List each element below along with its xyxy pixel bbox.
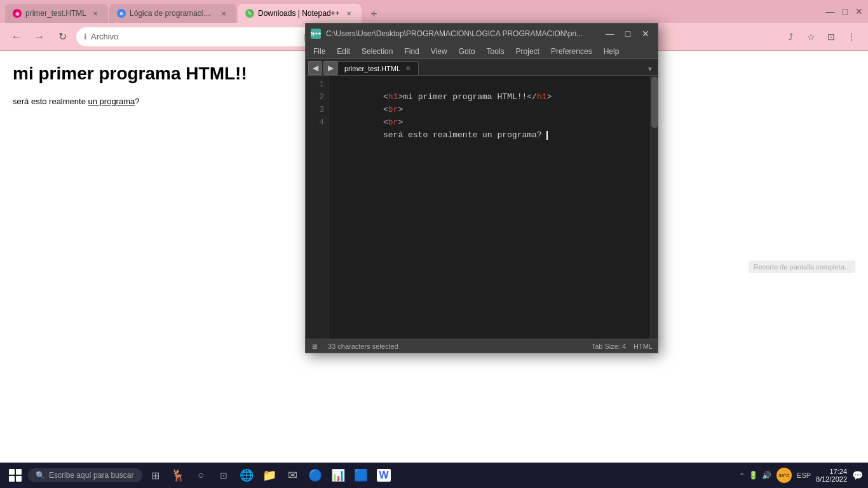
back-button[interactable]: ← [8, 28, 25, 46]
l3-close: > [398, 118, 403, 127]
menu-goto[interactable]: Goto [454, 46, 480, 57]
bookmark-icon[interactable]: ☆ [802, 28, 820, 46]
subtext-link[interactable]: un programa [88, 97, 135, 106]
l1-open-bracket: < [383, 92, 388, 102]
mail-icon: ✉ [288, 468, 297, 482]
l1-close-open: </ [527, 92, 537, 102]
chrome-titlebar: ◉ primer_test.HTML ✕ a Lógica de program… [0, 0, 868, 23]
tab1-close[interactable]: ✕ [90, 8, 100, 18]
line-num-4: 4 [319, 116, 324, 129]
notepad-minimize[interactable]: — [603, 27, 617, 41]
search-placeholder-text: Escribe aquí para buscar [49, 471, 133, 480]
menu-project[interactable]: Project [511, 46, 545, 57]
taskbar-edge[interactable]: 🌐 [236, 465, 257, 485]
cast-icon[interactable]: ⊡ [822, 28, 840, 46]
notification-icon[interactable]: 💬 [852, 470, 863, 480]
taskbar-app2[interactable]: 🟦 [351, 465, 371, 485]
taskbar-explorer[interactable]: 📁 [259, 465, 280, 485]
taskbar-taskview[interactable]: ⊞ [145, 465, 165, 485]
l3-br: br [388, 118, 398, 127]
temp-text: 36°C [778, 473, 790, 478]
taskbar-multitask[interactable]: ⊡ [214, 465, 234, 485]
addressbar-actions: ⤴ ☆ ⊡ ⋮ [782, 28, 860, 46]
tab1-favicon: ◉ [13, 9, 22, 18]
tab2-title: Lógica de programación: Primero [130, 9, 215, 18]
subtext-label: será esto realmente [13, 97, 88, 106]
notepad-editor[interactable]: 1 2 3 4 <h1>mi primer programa HTML!!</h… [306, 76, 658, 339]
explorer-icon: 📁 [262, 468, 276, 482]
restore-icon[interactable]: □ [843, 6, 848, 17]
menu-selection[interactable]: Selection [356, 46, 398, 57]
statusbar-monitor-icon: 🖥 [311, 342, 318, 350]
taskbar-chrome[interactable]: 🔵 [305, 465, 325, 485]
line-num-1: 1 [319, 78, 324, 91]
settings-icon[interactable]: ⋮ [843, 28, 860, 46]
tab3-close[interactable]: ✕ [344, 8, 354, 18]
system-tray-chevron[interactable]: ^ [740, 471, 743, 479]
subtext-end: ? [135, 97, 139, 106]
volume-icon: 🔊 [762, 471, 771, 480]
line-numbers: 1 2 3 4 [306, 76, 329, 339]
notepad-menu: File Edit Selection Find View Goto Tools… [306, 44, 658, 59]
browser-tab-2[interactable]: a Lógica de programación: Primero ✕ [109, 4, 236, 23]
language-indicator: ESP [797, 471, 811, 479]
taskbar-app-deer[interactable]: 🦌 [168, 465, 188, 485]
word-icon: W [377, 469, 390, 482]
statusbar-chars-selected: 33 characters selected [328, 342, 398, 350]
language-text: HTML [634, 342, 653, 350]
notepad-tab1-close[interactable]: ✕ [404, 65, 412, 72]
browser-tab-3[interactable]: ✎ Downloads | Notepad++ ✕ [238, 4, 362, 23]
taskbar: 🔍 Escribe aquí para buscar ⊞ 🦌 ○ ⊡ 🌐 📁 ✉… [0, 463, 868, 488]
tab-dropdown-btn[interactable]: ▼ [645, 64, 655, 74]
menu-edit[interactable]: Edit [332, 46, 355, 57]
browser-tab-1[interactable]: ◉ primer_test.HTML ✕ [5, 4, 108, 23]
notepad-tabs: ◀ ▶ primer_test.HTML ✕ ▼ [306, 59, 658, 76]
menu-file[interactable]: File [308, 46, 330, 57]
start-sq2 [16, 469, 22, 475]
minimize-icon[interactable]: — [826, 6, 835, 17]
taskbar-search[interactable]: 🔍 Escribe aquí para buscar [28, 468, 142, 482]
tab1-title: primer_test.HTML [25, 9, 86, 18]
l2-br: br [388, 105, 398, 114]
notepad-title-text: C:\Users\User\Desktop\PROGRAMACION\LOGIC… [326, 29, 598, 38]
editor-code-area[interactable]: <h1>mi primer programa HTML!!</h1> <br> … [329, 76, 650, 339]
taskbar-search-btn[interactable]: ○ [191, 465, 211, 485]
tab-prev-btn[interactable]: ◀ [308, 61, 322, 75]
search-icon: 🔍 [36, 471, 45, 480]
chars-selected-text: 33 characters selected [328, 342, 398, 350]
notepad-statusbar: 🖥 33 characters selected Tab Size: 4 HTM… [306, 339, 658, 353]
close-icon[interactable]: ✕ [855, 6, 863, 17]
taskbar-time-display: 17:24 [816, 468, 847, 475]
taskbar-word[interactable]: W [374, 465, 394, 485]
menu-tools[interactable]: Tools [482, 46, 510, 57]
notepad-maximize[interactable]: □ [621, 27, 635, 41]
menu-view[interactable]: View [426, 46, 452, 57]
line-num-3: 3 [319, 104, 324, 116]
menu-find[interactable]: Find [399, 46, 424, 57]
text-cursor [546, 131, 548, 140]
share-icon[interactable]: ⤴ [782, 28, 799, 46]
menu-preferences[interactable]: Preferences [546, 46, 597, 57]
taskbar-mail[interactable]: ✉ [282, 465, 302, 485]
notepad-close[interactable]: ✕ [639, 27, 653, 41]
taskbar-app1[interactable]: 📊 [328, 465, 348, 485]
battery-icon: 🔋 [749, 471, 758, 480]
refresh-button[interactable]: ↻ [53, 28, 71, 46]
search-btn-icon: ○ [198, 470, 204, 481]
notepad-window-controls: — □ ✕ [603, 27, 653, 41]
start-button[interactable] [5, 465, 25, 485]
code-line-1: <h1>mi primer programa HTML!!</h1> [334, 78, 645, 91]
forward-button[interactable]: → [31, 28, 48, 46]
new-tab-button[interactable]: + [365, 5, 383, 23]
chrome-browser: ◉ primer_test.HTML ✕ a Lógica de program… [0, 0, 868, 488]
l2-open: < [383, 105, 388, 114]
start-sq1 [9, 469, 15, 475]
editor-scrollbar[interactable] [650, 76, 658, 339]
menu-help[interactable]: Help [599, 46, 625, 57]
scrollbar-thumb[interactable] [651, 77, 658, 128]
tab-size-text: Tab Size: 4 [592, 342, 626, 350]
tab2-close[interactable]: ✕ [219, 8, 229, 18]
address-protocol: Archivo [91, 32, 301, 41]
notepad-tab-1[interactable]: primer_test.HTML ✕ [337, 61, 419, 75]
tab-next-btn[interactable]: ▶ [323, 61, 337, 75]
